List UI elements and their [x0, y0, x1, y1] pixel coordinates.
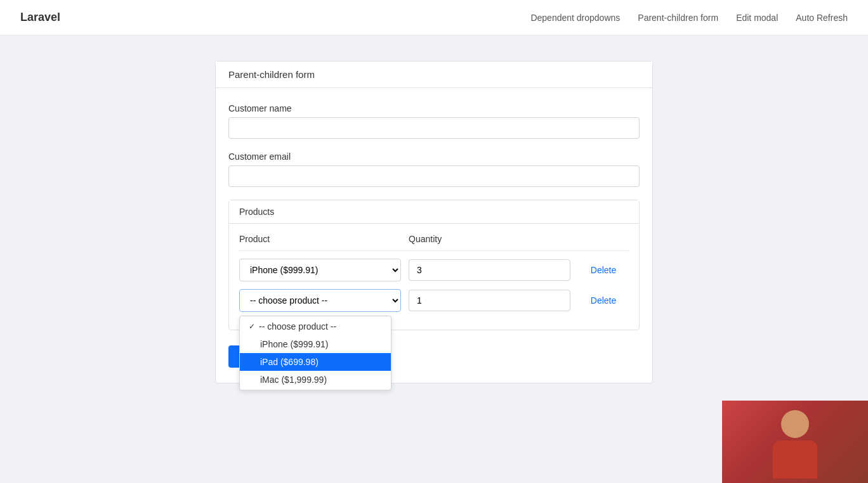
nav-links: Dependent dropdowns Parent-children form… [530, 13, 848, 23]
page-content: Parent-children form Customer name Custo… [0, 35, 868, 409]
row1-select-wrapper: -- choose product -- iPhone ($999.91) iP… [239, 259, 401, 281]
product-row-1: -- choose product -- iPhone ($999.91) iP… [239, 259, 629, 281]
product-col-header: Product [239, 234, 401, 244]
products-body: Product Quantity -- choose product -- iP… [229, 224, 639, 330]
quantity-input-2[interactable] [409, 290, 570, 311]
webcam-video [722, 401, 868, 409]
card-body: Customer name Customer email Products Pr… [216, 88, 652, 383]
quantity-input-1[interactable] [409, 259, 570, 281]
row2-select-wrapper: -- choose product -- iPhone ($999.91) iP… [239, 289, 401, 312]
products-col-headers: Product Quantity [239, 234, 629, 251]
customer-email-group: Customer email [228, 151, 640, 187]
customer-name-label: Customer name [228, 103, 640, 113]
product-row-2: -- choose product -- iPhone ($999.91) iP… [239, 289, 629, 312]
card-title: Parent-children form [228, 69, 315, 80]
dropdown-option-label: -- choose product -- [259, 321, 336, 332]
dropdown-option-label: iPhone ($999.91) [260, 339, 328, 349]
products-title: Products [239, 207, 274, 217]
dropdown-option-imac[interactable]: iMac ($1,999.99) [240, 371, 391, 389]
nav-auto-refresh[interactable]: Auto Refresh [796, 13, 848, 23]
customer-email-label: Customer email [228, 151, 640, 162]
products-section-header: Products [229, 200, 639, 224]
customer-name-group: Customer name [228, 103, 640, 139]
products-section: Products Product Quantity -- choose prod… [228, 200, 640, 330]
webcam-overlay [722, 401, 868, 409]
product-select-2[interactable]: -- choose product -- iPhone ($999.91) iP… [239, 289, 401, 312]
nav-dependent-dropdowns[interactable]: Dependent dropdowns [530, 13, 620, 23]
dropdown-option-ipad[interactable]: iPad ($699.98) [240, 353, 391, 371]
brand-logo[interactable]: Laravel [20, 11, 60, 24]
nav-edit-modal[interactable]: Edit modal [736, 13, 778, 23]
delete-button-2[interactable]: Delete [578, 295, 629, 306]
dropdown-option-iphone[interactable]: iPhone ($999.91) [240, 335, 391, 353]
customer-email-input[interactable] [228, 165, 640, 187]
dropdown-option-label: iMac ($1,999.99) [260, 375, 327, 385]
customer-name-input[interactable] [228, 117, 640, 139]
delete-button-1[interactable]: Delete [578, 265, 629, 275]
navbar: Laravel Dependent dropdowns Parent-child… [0, 0, 868, 35]
dropdown-option-choose[interactable]: -- choose product -- [240, 318, 391, 335]
nav-parent-children-form[interactable]: Parent-children form [638, 13, 718, 23]
quantity-col-header: Quantity [409, 234, 570, 244]
card-header: Parent-children form [216, 61, 652, 88]
dropdown-option-label: iPad ($699.98) [260, 357, 319, 367]
product-select-1[interactable]: -- choose product -- iPhone ($999.91) iP… [239, 259, 401, 281]
main-card: Parent-children form Customer name Custo… [215, 61, 653, 383]
dropdown-list: -- choose product -- iPhone ($999.91) iP… [239, 316, 391, 390]
